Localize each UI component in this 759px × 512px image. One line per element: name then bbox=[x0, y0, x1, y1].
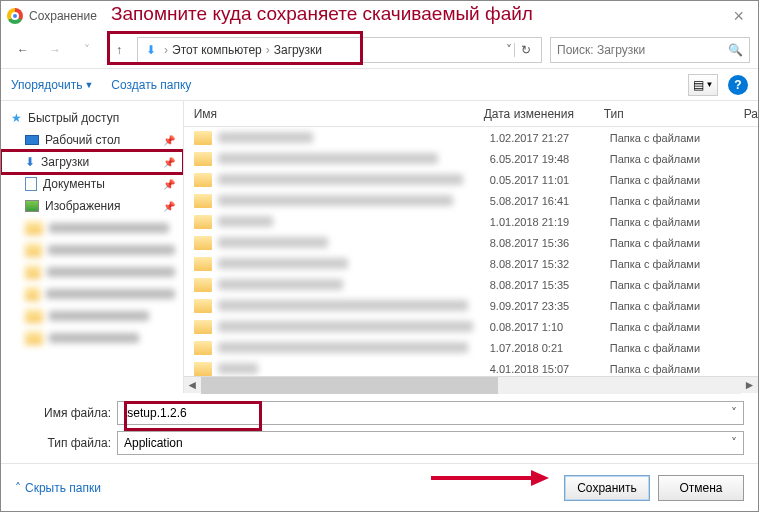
column-date[interactable]: Дата изменения bbox=[484, 107, 604, 121]
table-row[interactable]: 8.08.2017 15:35 Папка с файлами bbox=[184, 274, 758, 295]
new-folder-button[interactable]: Создать папку bbox=[111, 78, 191, 92]
table-row[interactable]: 0.05.2017 11:01 Папка с файлами bbox=[184, 169, 758, 190]
folder-icon bbox=[194, 131, 212, 145]
sidebar-item-blurred[interactable] bbox=[1, 283, 183, 305]
star-icon: ★ bbox=[11, 111, 22, 125]
table-row[interactable]: 4.01.2018 15:07 Папка с файлами bbox=[184, 358, 758, 376]
breadcrumb-bar[interactable]: ⬇ › Этот компьютер › Загрузки ˅ ↻ bbox=[137, 37, 542, 63]
table-row[interactable]: 5.08.2017 16:41 Папка с файлами bbox=[184, 190, 758, 211]
filename-input[interactable] bbox=[124, 406, 731, 420]
breadcrumb-current[interactable]: Загрузки bbox=[274, 43, 322, 57]
filetype-combobox[interactable]: Application ˅ bbox=[117, 431, 744, 455]
folder-icon bbox=[194, 257, 212, 271]
sidebar-item-blurred[interactable] bbox=[1, 327, 183, 349]
sidebar-item-blurred[interactable] bbox=[1, 217, 183, 239]
sidebar-documents-label: Документы bbox=[43, 177, 105, 191]
pin-icon: 📌 bbox=[163, 135, 175, 146]
file-name-blurred bbox=[218, 132, 313, 143]
breadcrumb-root[interactable]: Этот компьютер bbox=[172, 43, 262, 57]
scroll-left-arrow[interactable]: ◄ bbox=[184, 377, 201, 394]
sidebar-images[interactable]: Изображения 📌 bbox=[1, 195, 183, 217]
close-button[interactable]: × bbox=[725, 6, 752, 27]
folder-icon bbox=[194, 194, 212, 208]
column-name[interactable]: Имя bbox=[184, 107, 484, 121]
sidebar-quick-access[interactable]: ★ Быстрый доступ bbox=[1, 107, 183, 129]
sidebar-desktop-label: Рабочий стол bbox=[45, 133, 120, 147]
file-date: 1.02.2017 21:27 bbox=[490, 132, 610, 144]
search-box[interactable]: 🔍 bbox=[550, 37, 750, 63]
file-date: 6.05.2017 19:48 bbox=[490, 153, 610, 165]
file-date: 0.05.2017 11:01 bbox=[490, 174, 610, 186]
up-button[interactable]: ↑ bbox=[105, 38, 133, 62]
annotation-text: Запомните куда сохраняете скачиваемый фа… bbox=[111, 3, 533, 25]
sidebar-item-blurred[interactable] bbox=[1, 239, 183, 261]
file-date: 1.01.2018 21:19 bbox=[490, 216, 610, 228]
file-type: Папка с файлами bbox=[610, 237, 750, 249]
hide-folders-link[interactable]: ˄ Скрыть папки bbox=[15, 481, 101, 495]
chevron-down-icon[interactable]: ˅ bbox=[731, 406, 737, 420]
table-row[interactable]: 8.08.2017 15:36 Папка с файлами bbox=[184, 232, 758, 253]
file-name-blurred bbox=[218, 342, 468, 353]
sidebar-item-blurred[interactable] bbox=[1, 305, 183, 327]
sidebar-desktop[interactable]: Рабочий стол 📌 bbox=[1, 129, 183, 151]
table-row[interactable]: 1.07.2018 0:21 Папка с файлами bbox=[184, 337, 758, 358]
recent-dropdown[interactable]: ˅ bbox=[73, 38, 101, 62]
scroll-thumb[interactable] bbox=[201, 377, 498, 394]
folder-icon bbox=[25, 331, 43, 345]
sidebar-downloads[interactable]: ⬇ Загрузки 📌 bbox=[1, 151, 183, 173]
table-row[interactable]: 8.08.2017 15:32 Папка с файлами bbox=[184, 253, 758, 274]
column-headers[interactable]: Имя Дата изменения Тип Ра bbox=[184, 101, 758, 127]
table-row[interactable]: 0.08.2017 1:10 Папка с файлами bbox=[184, 316, 758, 337]
images-icon bbox=[25, 200, 39, 212]
table-row[interactable]: 1.01.2018 21:19 Папка с файлами bbox=[184, 211, 758, 232]
save-button[interactable]: Сохранить bbox=[564, 475, 650, 501]
file-name-blurred bbox=[218, 300, 468, 311]
filename-combobox[interactable]: ˅ bbox=[117, 401, 744, 425]
file-name-blurred bbox=[218, 216, 273, 227]
file-date: 5.08.2017 16:41 bbox=[490, 195, 610, 207]
folder-icon bbox=[25, 265, 41, 279]
table-row[interactable]: 9.09.2017 23:35 Папка с файлами bbox=[184, 295, 758, 316]
file-date: 8.08.2017 15:36 bbox=[490, 237, 610, 249]
sidebar-images-label: Изображения bbox=[45, 199, 120, 213]
search-icon[interactable]: 🔍 bbox=[728, 43, 743, 57]
sidebar-item-blurred[interactable] bbox=[1, 261, 183, 283]
cancel-button[interactable]: Отмена bbox=[658, 475, 744, 501]
file-name-blurred bbox=[218, 258, 348, 269]
back-button[interactable]: ← bbox=[9, 38, 37, 62]
help-button[interactable]: ? bbox=[728, 75, 748, 95]
filetype-label: Тип файла: bbox=[15, 436, 117, 450]
file-type: Папка с файлами bbox=[610, 258, 750, 270]
refresh-button[interactable]: ↻ bbox=[514, 43, 537, 57]
pin-icon: 📌 bbox=[163, 179, 175, 190]
file-type: Папка с файлами bbox=[610, 321, 750, 333]
file-date: 0.08.2017 1:10 bbox=[490, 321, 610, 333]
file-type: Папка с файлами bbox=[610, 153, 750, 165]
file-date: 4.01.2018 15:07 bbox=[490, 363, 610, 375]
file-name-blurred bbox=[218, 279, 343, 290]
chevron-down-icon[interactable]: ˅ bbox=[731, 436, 737, 450]
horizontal-scrollbar[interactable]: ◄ ► bbox=[184, 376, 758, 393]
table-row[interactable]: 1.02.2017 21:27 Папка с файлами bbox=[184, 127, 758, 148]
pin-icon: 📌 bbox=[163, 201, 175, 212]
file-type: Папка с файлами bbox=[610, 132, 750, 144]
sidebar-downloads-label: Загрузки bbox=[41, 155, 89, 169]
file-list[interactable]: 1.02.2017 21:27 Папка с файлами 6.05.201… bbox=[184, 127, 758, 376]
desktop-icon bbox=[25, 135, 39, 145]
column-type[interactable]: Тип bbox=[604, 107, 744, 121]
file-name-blurred bbox=[218, 195, 453, 206]
forward-button[interactable]: → bbox=[41, 38, 69, 62]
search-input[interactable] bbox=[557, 43, 728, 57]
document-icon bbox=[25, 177, 37, 191]
breadcrumb-dropdown-icon[interactable]: ˅ bbox=[506, 43, 512, 57]
file-name-blurred bbox=[218, 363, 258, 374]
scroll-right-arrow[interactable]: ► bbox=[741, 377, 758, 394]
scroll-track[interactable] bbox=[201, 377, 741, 394]
window-title: Сохранение bbox=[29, 9, 97, 23]
folder-icon bbox=[25, 287, 40, 301]
column-size[interactable]: Ра bbox=[744, 107, 758, 121]
organize-menu[interactable]: Упорядочить ▼ bbox=[11, 78, 93, 92]
view-options-button[interactable]: ▤▼ bbox=[688, 74, 718, 96]
table-row[interactable]: 6.05.2017 19:48 Папка с файлами bbox=[184, 148, 758, 169]
sidebar-documents[interactable]: Документы 📌 bbox=[1, 173, 183, 195]
